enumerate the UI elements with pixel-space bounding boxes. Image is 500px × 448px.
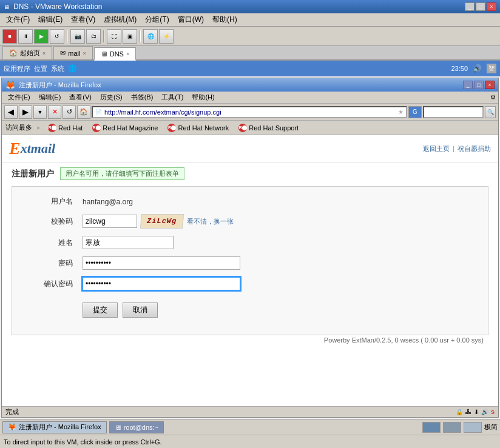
vmware-maximize-button[interactable]: □ [476, 2, 485, 11]
return-home-link[interactable]: 返回主页 [423, 145, 450, 152]
vmware-status-text: To direct input to this VM, click inside… [4, 438, 162, 446]
mail-tab-label: mail [68, 50, 80, 57]
firefox-menu-bookmarks[interactable]: 书签(B) [127, 92, 157, 102]
vmware-tab-dns[interactable]: 🖥 DNS × [94, 47, 137, 61]
firefox-close-button[interactable]: × [485, 81, 495, 89]
taskbar-right: 极简 [422, 422, 498, 433]
vmware-menu-window[interactable]: 窗口(W) [174, 13, 208, 26]
places-menu[interactable]: 位置 [34, 64, 47, 73]
firefox-menu-help[interactable]: 帮助(H) [188, 92, 218, 102]
captcha-input[interactable] [83, 215, 137, 228]
extmail-logo-text: xtmail [21, 141, 55, 156]
firefox-menu-edit[interactable]: 编辑(E) [35, 92, 65, 102]
vmware-tab-home[interactable]: 🏠 起始页 × [2, 46, 52, 59]
star-icon[interactable]: ★ [398, 109, 404, 115]
bookmark-redhat-network[interactable]: R Red Hat Network [165, 122, 231, 133]
mail-tab-close[interactable]: × [83, 50, 86, 56]
stop-button[interactable]: ✕ [48, 105, 61, 119]
home-tab-close[interactable]: × [42, 50, 46, 56]
vm-snapshot-button[interactable]: 📷 [70, 29, 85, 44]
firefox-menu-view[interactable]: 查看(V) [66, 92, 95, 102]
system-menu[interactable]: 系统 [51, 64, 64, 73]
terminal-taskbar-icon: 🖥 [115, 424, 121, 431]
bookmark-redhat[interactable]: R Red Hat [46, 122, 85, 133]
vm-snapshot-mgr-button[interactable]: 🗂 [86, 29, 101, 44]
redhat-sup-bookmark-icon: R [238, 124, 247, 132]
search-input[interactable] [423, 106, 484, 118]
vmware-menu-file[interactable]: 文件(F) [2, 13, 33, 26]
firefox-menu-tools[interactable]: 工具(T) [158, 92, 187, 102]
redhat-mag-bookmark-label: Red Hat Magazine [103, 124, 158, 132]
extmail-header-links: 返回主页 | 祝自愿捐助 [423, 144, 491, 153]
name-input[interactable] [83, 236, 174, 249]
vmware-menu-vm[interactable]: 虚拟机(M) [100, 13, 140, 26]
search-button[interactable]: 🔍 [485, 106, 496, 118]
captcha-refresh-link[interactable]: 看不清，换一张 [187, 217, 234, 226]
firefox-taskbar-label: 注册新用户 - Mozilla Firefox [19, 423, 101, 432]
firefox-menu-file[interactable]: 文件(E) [4, 92, 34, 102]
forward-button[interactable]: ▶ [19, 105, 32, 119]
registration-section: 注册新用户 用户名可用，请仔细填写下面注册表单 用户名 hanfang@a.or… [2, 162, 498, 350]
username-row: 用户名 hanfang@a.org [24, 196, 476, 207]
vmware-menu-group[interactable]: 分组(T) [141, 13, 172, 26]
firefox-minimize-button[interactable]: _ [463, 81, 473, 89]
statusbar-network-icon: 🖧 [465, 409, 471, 415]
search-engine-icon[interactable]: G [408, 106, 422, 118]
back-button[interactable]: ◀ [4, 105, 18, 119]
vmware-minimize-button[interactable]: _ [465, 2, 475, 11]
vm-taskbar: 🦊 注册新用户 - Mozilla Firefox 🖥 root@dns:~ 极… [0, 419, 500, 435]
vmware-menu-view[interactable]: 查看(V) [67, 13, 99, 26]
vm-usb-button[interactable]: ⚡ [159, 29, 174, 44]
sound-icon[interactable]: 🔊 [473, 64, 482, 73]
home-button[interactable]: 🏠 [77, 105, 90, 119]
bookmark-redhat-magazine[interactable]: R Red Hat Magazine [90, 122, 160, 133]
vm-network-button[interactable]: 🌐 [143, 29, 158, 44]
vmware-tab-mail[interactable]: ✉ mail × [53, 46, 92, 59]
vm-unity-button[interactable]: ▣ [123, 29, 137, 44]
bookmark-redhat-support[interactable]: R Red Hat Support [236, 122, 301, 133]
vmware-statusbar: To direct input to this VM, click inside… [0, 435, 500, 448]
address-bar[interactable]: 📄 http://mail.hf.com/extman/cgi/signup.c… [92, 106, 407, 118]
reg-title-bar: 注册新用户 用户名可用，请仔细填写下面注册表单 [12, 167, 488, 180]
vmware-toolbar-sep2 [103, 30, 104, 42]
bookmarks-most-visited[interactable]: 访问最多 [5, 123, 32, 132]
password-input[interactable] [83, 256, 240, 270]
vm-pause-button[interactable]: ⏸ [18, 29, 33, 44]
powerby-value: Powerby ExtMan/0.2.5, 0 wsecs ( 0.00 usr… [324, 336, 484, 344]
taskbar-terminal-item[interactable]: 🖥 root@dns:~ [109, 421, 164, 433]
confirm-password-input[interactable] [83, 277, 240, 290]
form-buttons: 提交 取消 [83, 303, 158, 318]
vmware-titlebar-controls: _ □ × [465, 2, 496, 11]
captcha-label: 校验码 [24, 216, 73, 227]
vm-reset-button[interactable]: ↺ [50, 29, 64, 44]
panel-clock: 23:50 [451, 65, 468, 72]
reload-button[interactable]: ↺ [62, 105, 76, 119]
taskbar-widget1 [422, 422, 441, 433]
taskbar-firefox-item[interactable]: 🦊 注册新用户 - Mozilla Firefox [2, 421, 107, 433]
redhat-net-bookmark-icon: R [167, 124, 176, 132]
vmware-close-button[interactable]: × [487, 2, 496, 11]
firefox-window: 🦊 注册新用户 - Mozilla Firefox _ □ × 文件(E) 编辑… [1, 78, 499, 418]
applications-menu[interactable]: 应用程序 [4, 64, 30, 73]
dns-tab-close[interactable]: × [126, 51, 129, 57]
vm-fullscreen-button[interactable]: ⛶ [107, 29, 121, 44]
vm-play-button[interactable]: ▶ [34, 29, 49, 44]
firefox-bookmarks-bar: 访问最多 ▸ R Red Hat R Red Hat Magazine [2, 121, 498, 135]
vmware-title-icon: 🖥 [4, 4, 10, 10]
vmware-menu-edit[interactable]: 编辑(E) [35, 13, 66, 26]
firefox-menu-history[interactable]: 历史(S) [96, 92, 126, 102]
vm-power-off-button[interactable]: ■ [2, 29, 17, 44]
firefox-maximize-button[interactable]: □ [474, 81, 484, 89]
submit-button[interactable]: 提交 [83, 303, 118, 318]
cancel-button[interactable]: 取消 [123, 303, 158, 318]
dns-tab-icon: 🖥 [101, 50, 107, 58]
taskbar-widget2 [443, 422, 461, 433]
reload-dropdown-button[interactable]: ▼ [33, 105, 47, 119]
vmware-titlebar: 🖥 DNS - VMware Workstation _ □ × [0, 0, 500, 13]
firefox-menu-settings-icon[interactable]: ⚙ [490, 94, 496, 101]
firefox-launcher[interactable]: 🌐 [68, 64, 77, 73]
donate-link[interactable]: 祝自愿捐助 [458, 145, 491, 152]
firefox-navbar: ◀ ▶ ▼ ✕ ↺ 🏠 📄 http://mail.hf.com/extman/… [2, 104, 498, 121]
vmware-menu-help[interactable]: 帮助(H) [209, 13, 241, 26]
captcha-image: ZiLcWg [140, 214, 184, 229]
